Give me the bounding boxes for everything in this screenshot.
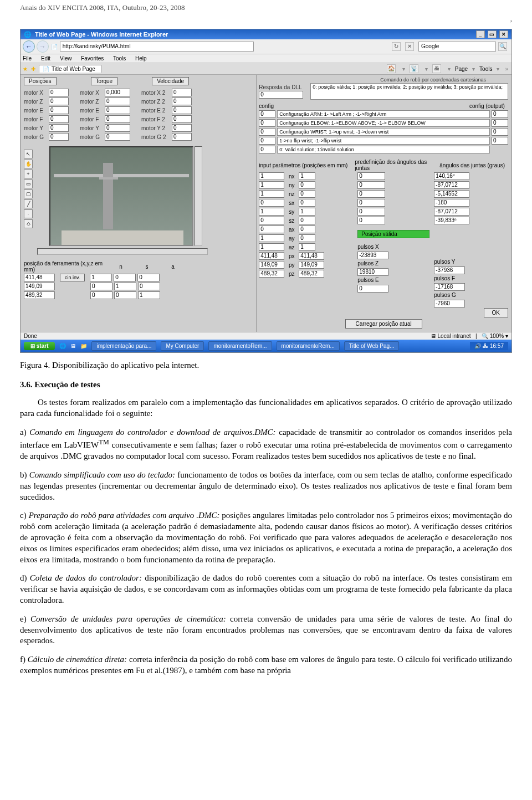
input-v1[interactable]: 0 <box>259 225 284 233</box>
predef-val[interactable]: 0 <box>357 217 385 224</box>
quicklaunch-ie-icon[interactable]: 🌐 <box>59 343 66 349</box>
motor-val-3[interactable]: 0 <box>172 115 192 123</box>
nsa-cell[interactable]: 1 <box>138 291 160 299</box>
forward-icon[interactable]: → <box>37 40 49 53</box>
btn-velocidade[interactable]: Velocidade <box>152 77 189 85</box>
motor-val-2[interactable]: 0 <box>105 106 130 114</box>
motor-val-3[interactable]: 0 <box>172 106 192 114</box>
restore-icon[interactable]: ▭ <box>488 30 497 38</box>
motor-val[interactable]: 0 <box>49 124 69 132</box>
nsa-cell[interactable]: 1 <box>114 283 136 290</box>
carregar-btn[interactable]: Carregar posição atual <box>345 319 422 329</box>
window-buttons[interactable]: _ ▭ ✕ <box>475 30 508 38</box>
input-vv[interactable]: 0 <box>299 181 315 189</box>
task-1[interactable]: implementação para... <box>91 341 156 351</box>
task-5[interactable]: Title of Web Pag... <box>344 341 400 351</box>
search-icon[interactable]: 🔍 <box>498 42 507 51</box>
camera-toolbar[interactable]: ↖ ✋ + ▭ ▢ ╱ · ◇ <box>24 150 34 246</box>
nsa-cell[interactable]: 0 <box>137 274 160 281</box>
system-tray[interactable]: 🔊 🖧 16:57 <box>470 342 508 350</box>
nsa-cell[interactable]: 0 <box>114 291 136 299</box>
input-vv[interactable]: 1 <box>299 172 315 180</box>
tool-zoom-icon[interactable]: + <box>24 170 33 178</box>
tool-point-icon[interactable]: · <box>24 209 33 218</box>
refresh-icon[interactable]: ↻ <box>392 42 401 51</box>
close-icon[interactable]: ✕ <box>499 30 508 38</box>
task-3[interactable]: monitoramentoRem... <box>208 341 272 351</box>
menu-favorites[interactable]: Favorites <box>81 55 104 61</box>
print-icon[interactable]: 🖶 <box>432 64 441 73</box>
xyz-val[interactable]: 411,48 <box>24 274 55 281</box>
home-icon[interactable]: 🏠 <box>387 64 396 73</box>
scrollbar-v[interactable] <box>195 146 202 246</box>
feeds-icon[interactable]: 📡 <box>410 64 418 73</box>
nsa-cell[interactable]: 0 <box>138 283 160 290</box>
ok-button[interactable]: OK <box>484 308 508 317</box>
tool-pointer-icon[interactable]: ↖ <box>24 150 33 158</box>
input-vv[interactable]: 0 <box>299 234 315 242</box>
menu-view[interactable]: View <box>60 55 72 61</box>
config-v[interactable]: 0 <box>259 146 275 153</box>
xyz-val[interactable]: 489,32 <box>24 291 55 299</box>
address-bar[interactable]: http://kandinsky/PUMA.html <box>60 42 254 52</box>
input-v1[interactable]: 411,48 <box>259 252 284 260</box>
motor-val-3[interactable]: 0 <box>172 124 192 132</box>
favorites-plus-icon[interactable]: ✚ <box>31 66 35 72</box>
task-4[interactable]: monitoramentoRem... <box>277 341 340 351</box>
tool-line-icon[interactable]: ╱ <box>24 199 33 208</box>
config-v[interactable]: 0 <box>259 128 275 136</box>
input-v1[interactable]: 0 <box>259 199 284 207</box>
motor-val[interactable]: 0 <box>49 98 69 105</box>
input-v1[interactable]: 1 <box>259 190 284 198</box>
favorites-star-icon[interactable]: ★ <box>23 66 28 72</box>
predef-val[interactable]: 0 <box>357 199 385 207</box>
motor-val-3[interactable]: 0 <box>172 98 192 105</box>
input-v1[interactable]: 489,32 <box>259 270 284 278</box>
tools-menu[interactable]: Tools <box>479 66 492 72</box>
page-menu[interactable]: Page <box>455 66 468 72</box>
config-v[interactable]: 0 <box>259 137 275 145</box>
tool-roi1-icon[interactable]: ▭ <box>24 180 33 188</box>
minimize-icon[interactable]: _ <box>476 30 485 38</box>
menu-edit[interactable]: Edit <box>41 55 50 61</box>
start-button[interactable]: ⊞ start <box>24 342 55 350</box>
motor-val[interactable]: 0 <box>49 115 69 123</box>
tool-roi2-icon[interactable]: ▢ <box>24 189 33 198</box>
motor-val-3[interactable]: 0 <box>172 133 192 141</box>
btn-torque[interactable]: Torque <box>91 77 118 85</box>
predef-val[interactable]: 0 <box>357 172 385 180</box>
predef-val[interactable]: 0 <box>357 208 385 216</box>
config-v[interactable]: 0 <box>259 119 275 127</box>
menu-help[interactable]: Help <box>135 55 147 61</box>
input-vv[interactable]: 1 <box>299 243 315 251</box>
scrollbar-h[interactable] <box>37 248 208 255</box>
motor-val-2[interactable]: 0 <box>105 124 130 132</box>
btn-posicoes[interactable]: Posições <box>24 77 57 85</box>
menu-file[interactable]: File <box>23 55 32 61</box>
back-icon[interactable]: ← <box>23 40 35 53</box>
config-v[interactable]: 0 <box>259 110 275 118</box>
input-v1[interactable]: 1 <box>259 234 284 242</box>
nsa-cell[interactable]: 0 <box>90 291 112 299</box>
input-vv[interactable]: 0 <box>299 199 315 207</box>
input-v1[interactable]: 149,09 <box>259 261 284 269</box>
quicklaunch-explorer-icon[interactable]: 📁 <box>80 343 87 349</box>
stop-icon[interactable]: ✕ <box>405 42 414 51</box>
input-v1[interactable]: 1 <box>259 243 284 251</box>
nsa-cell[interactable]: 0 <box>90 283 112 290</box>
nav-arrows[interactable]: ← → <box>23 40 49 53</box>
task-2[interactable]: My Computer <box>161 341 204 351</box>
nsa-cell[interactable]: 1 <box>90 274 112 281</box>
input-vv2[interactable]: 489,32 <box>299 270 324 278</box>
predef-val[interactable]: 0 <box>357 190 385 198</box>
nsa-cell[interactable]: 0 <box>114 274 136 281</box>
tool-hand-icon[interactable]: ✋ <box>24 160 33 168</box>
search-box[interactable]: Google <box>418 42 496 52</box>
windows-taskbar[interactable]: ⊞ start 🌐 🖥 📁 implementação para... My C… <box>21 340 511 352</box>
browser-tab[interactable]: 📄Title of Web Page <box>39 65 101 73</box>
tool-other-icon[interactable]: ◇ <box>24 219 33 228</box>
motor-val-3[interactable]: 0 <box>172 89 192 96</box>
input-v1[interactable]: 1 <box>259 208 284 216</box>
motor-val[interactable]: 0 <box>49 89 69 96</box>
motor-val-2[interactable]: 0 <box>105 133 130 141</box>
